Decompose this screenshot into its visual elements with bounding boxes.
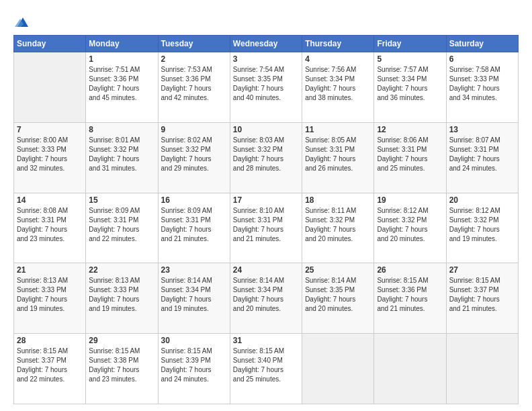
day-info: Sunrise: 8:12 AM Sunset: 3:32 PM Dayligh… [449, 206, 515, 244]
day-number: 25 [305, 265, 371, 275]
header [13, 12, 519, 30]
day-number: 21 [17, 265, 83, 275]
calendar-week-3: 14Sunrise: 8:08 AM Sunset: 3:31 PM Dayli… [14, 193, 519, 263]
day-number: 12 [377, 125, 443, 134]
calendar-cell: 2Sunrise: 7:53 AM Sunset: 3:36 PM Daylig… [158, 52, 230, 123]
day-info: Sunrise: 8:11 AM Sunset: 3:32 PM Dayligh… [305, 206, 371, 244]
day-info: Sunrise: 8:15 AM Sunset: 3:37 PM Dayligh… [449, 276, 515, 314]
calendar-cell: 3Sunrise: 7:54 AM Sunset: 3:35 PM Daylig… [230, 52, 302, 123]
day-info: Sunrise: 7:51 AM Sunset: 3:36 PM Dayligh… [89, 65, 154, 103]
calendar-cell: 13Sunrise: 8:07 AM Sunset: 3:31 PM Dayli… [446, 122, 518, 193]
weekday-header-tuesday: Tuesday [158, 36, 230, 52]
weekday-header-thursday: Thursday [302, 36, 374, 52]
calendar-cell: 4Sunrise: 7:56 AM Sunset: 3:34 PM Daylig… [302, 52, 374, 123]
logo [13, 15, 30, 30]
calendar-cell: 10Sunrise: 8:03 AM Sunset: 3:32 PM Dayli… [230, 122, 302, 193]
day-number: 2 [161, 54, 227, 64]
day-info: Sunrise: 8:08 AM Sunset: 3:31 PM Dayligh… [17, 206, 83, 244]
day-number: 18 [305, 195, 371, 205]
calendar-cell: 30Sunrise: 8:15 AM Sunset: 3:39 PM Dayli… [158, 334, 230, 404]
calendar-cell: 16Sunrise: 8:09 AM Sunset: 3:31 PM Dayli… [158, 193, 230, 263]
weekday-header-friday: Friday [374, 36, 446, 52]
calendar-cell: 26Sunrise: 8:15 AM Sunset: 3:36 PM Dayli… [374, 263, 446, 334]
logo-icon [15, 15, 30, 30]
day-number: 23 [161, 265, 227, 275]
day-info: Sunrise: 8:09 AM Sunset: 3:31 PM Dayligh… [89, 206, 154, 244]
calendar-cell: 24Sunrise: 8:14 AM Sunset: 3:34 PM Dayli… [230, 263, 302, 334]
calendar-week-1: 1Sunrise: 7:51 AM Sunset: 3:36 PM Daylig… [14, 52, 519, 123]
day-number: 8 [89, 125, 154, 134]
calendar-cell: 1Sunrise: 7:51 AM Sunset: 3:36 PM Daylig… [86, 52, 158, 123]
day-info: Sunrise: 8:15 AM Sunset: 3:38 PM Dayligh… [89, 347, 154, 384]
day-number: 22 [89, 265, 154, 275]
day-number: 29 [89, 336, 154, 345]
day-info: Sunrise: 8:06 AM Sunset: 3:31 PM Dayligh… [377, 136, 443, 173]
day-info: Sunrise: 8:13 AM Sunset: 3:33 PM Dayligh… [17, 276, 83, 314]
day-info: Sunrise: 7:54 AM Sunset: 3:35 PM Dayligh… [233, 65, 299, 103]
day-info: Sunrise: 7:58 AM Sunset: 3:33 PM Dayligh… [449, 65, 515, 103]
calendar-cell: 22Sunrise: 8:13 AM Sunset: 3:33 PM Dayli… [86, 263, 158, 334]
calendar-cell: 29Sunrise: 8:15 AM Sunset: 3:38 PM Dayli… [86, 334, 158, 404]
day-number: 19 [377, 195, 443, 205]
calendar-table: SundayMondayTuesdayWednesdayThursdayFrid… [13, 35, 519, 404]
day-info: Sunrise: 8:05 AM Sunset: 3:31 PM Dayligh… [305, 136, 371, 173]
day-info: Sunrise: 7:56 AM Sunset: 3:34 PM Dayligh… [305, 65, 371, 103]
calendar-week-4: 21Sunrise: 8:13 AM Sunset: 3:33 PM Dayli… [14, 263, 519, 334]
day-number: 16 [161, 195, 227, 205]
day-info: Sunrise: 8:15 AM Sunset: 3:37 PM Dayligh… [17, 347, 83, 384]
calendar-cell: 7Sunrise: 8:00 AM Sunset: 3:33 PM Daylig… [14, 122, 86, 193]
day-number: 30 [161, 336, 227, 345]
calendar-week-5: 28Sunrise: 8:15 AM Sunset: 3:37 PM Dayli… [14, 334, 519, 404]
day-info: Sunrise: 8:14 AM Sunset: 3:35 PM Dayligh… [305, 276, 371, 314]
day-number: 26 [377, 265, 443, 275]
day-number: 6 [449, 54, 515, 64]
day-number: 9 [161, 125, 227, 134]
day-info: Sunrise: 8:01 AM Sunset: 3:32 PM Dayligh… [89, 136, 154, 173]
day-number: 20 [449, 195, 515, 205]
calendar-cell: 25Sunrise: 8:14 AM Sunset: 3:35 PM Dayli… [302, 263, 374, 334]
weekday-header-sunday: Sunday [14, 36, 86, 52]
day-info: Sunrise: 8:10 AM Sunset: 3:31 PM Dayligh… [233, 206, 299, 244]
day-number: 14 [17, 195, 83, 205]
day-number: 17 [233, 195, 299, 205]
day-info: Sunrise: 8:09 AM Sunset: 3:31 PM Dayligh… [161, 206, 227, 244]
calendar-cell: 12Sunrise: 8:06 AM Sunset: 3:31 PM Dayli… [374, 122, 446, 193]
calendar-cell: 17Sunrise: 8:10 AM Sunset: 3:31 PM Dayli… [230, 193, 302, 263]
day-number: 13 [449, 125, 515, 134]
day-number: 27 [449, 265, 515, 275]
day-info: Sunrise: 8:13 AM Sunset: 3:33 PM Dayligh… [89, 276, 154, 314]
day-number: 4 [305, 54, 371, 64]
day-info: Sunrise: 8:03 AM Sunset: 3:32 PM Dayligh… [233, 136, 299, 173]
day-info: Sunrise: 8:15 AM Sunset: 3:39 PM Dayligh… [161, 347, 227, 384]
day-info: Sunrise: 8:12 AM Sunset: 3:32 PM Dayligh… [377, 206, 443, 244]
day-number: 1 [89, 54, 154, 64]
calendar-cell: 28Sunrise: 8:15 AM Sunset: 3:37 PM Dayli… [14, 334, 86, 404]
weekday-header-row: SundayMondayTuesdayWednesdayThursdayFrid… [14, 36, 519, 52]
day-number: 15 [89, 195, 154, 205]
calendar-cell: 21Sunrise: 8:13 AM Sunset: 3:33 PM Dayli… [14, 263, 86, 334]
calendar-cell: 23Sunrise: 8:14 AM Sunset: 3:34 PM Dayli… [158, 263, 230, 334]
day-number: 28 [17, 336, 83, 345]
day-info: Sunrise: 8:02 AM Sunset: 3:32 PM Dayligh… [161, 136, 227, 173]
calendar-cell: 5Sunrise: 7:57 AM Sunset: 3:34 PM Daylig… [374, 52, 446, 123]
page: SundayMondayTuesdayWednesdayThursdayFrid… [0, 0, 532, 411]
day-number: 5 [377, 54, 443, 64]
calendar-cell: 31Sunrise: 8:15 AM Sunset: 3:40 PM Dayli… [230, 334, 302, 404]
day-number: 11 [305, 125, 371, 134]
calendar-cell: 14Sunrise: 8:08 AM Sunset: 3:31 PM Dayli… [14, 193, 86, 263]
day-info: Sunrise: 7:57 AM Sunset: 3:34 PM Dayligh… [377, 65, 443, 103]
calendar-cell: 27Sunrise: 8:15 AM Sunset: 3:37 PM Dayli… [446, 263, 518, 334]
day-info: Sunrise: 8:00 AM Sunset: 3:33 PM Dayligh… [17, 136, 83, 173]
calendar-cell: 6Sunrise: 7:58 AM Sunset: 3:33 PM Daylig… [446, 52, 518, 123]
calendar-cell [374, 334, 446, 404]
day-info: Sunrise: 8:07 AM Sunset: 3:31 PM Dayligh… [449, 136, 515, 173]
day-number: 7 [17, 125, 83, 134]
weekday-header-wednesday: Wednesday [230, 36, 302, 52]
calendar-cell: 20Sunrise: 8:12 AM Sunset: 3:32 PM Dayli… [446, 193, 518, 263]
day-info: Sunrise: 8:14 AM Sunset: 3:34 PM Dayligh… [161, 276, 227, 314]
calendar-week-2: 7Sunrise: 8:00 AM Sunset: 3:33 PM Daylig… [14, 122, 519, 193]
calendar-cell: 8Sunrise: 8:01 AM Sunset: 3:32 PM Daylig… [86, 122, 158, 193]
weekday-header-saturday: Saturday [446, 36, 518, 52]
calendar-cell: 18Sunrise: 8:11 AM Sunset: 3:32 PM Dayli… [302, 193, 374, 263]
day-number: 31 [233, 336, 299, 345]
